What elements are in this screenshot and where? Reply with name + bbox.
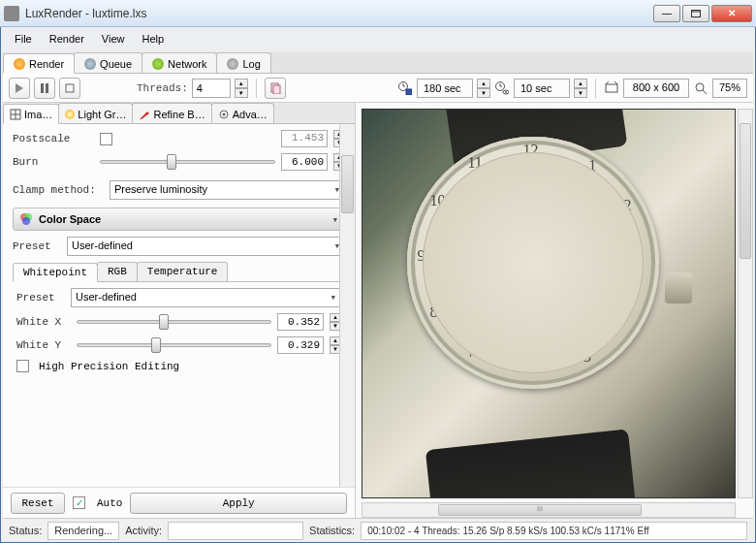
status-label: Status: xyxy=(9,525,42,536)
imaging-icon xyxy=(10,109,21,120)
menu-help[interactable]: Help xyxy=(134,31,172,47)
network-icon xyxy=(152,58,164,70)
reset-button[interactable]: Reset xyxy=(11,493,65,514)
whitepoint-tabs: Whitepoint RGB Temperature xyxy=(13,262,345,282)
window-title: LuxRender - luxtime.lxs xyxy=(25,7,653,20)
svg-rect-6 xyxy=(273,85,280,94)
refresh-interval-spinner[interactable]: ▲▼ xyxy=(574,79,587,98)
wptab-rgb[interactable]: RGB xyxy=(97,262,138,281)
apply-button[interactable]: Apply xyxy=(130,493,347,514)
postscale-label: Postscale xyxy=(13,133,94,144)
auto-label: Auto xyxy=(97,497,122,509)
svg-rect-12 xyxy=(606,84,617,92)
stats-label: Statistics: xyxy=(309,525,355,536)
colorspace-icon xyxy=(19,212,33,226)
activity-value xyxy=(168,522,303,540)
stop-button[interactable] xyxy=(59,78,80,99)
svg-point-13 xyxy=(696,83,704,91)
threads-label: Threads: xyxy=(137,82,188,94)
whitey-slider[interactable] xyxy=(77,343,271,347)
render-viewport[interactable]: 1 2 3 4 5 6 7 8 9 10 11 12 xyxy=(362,109,736,498)
tab-label: Queue xyxy=(100,58,132,70)
svg-point-11 xyxy=(505,91,507,93)
panel-footer: Reset Auto Apply xyxy=(3,487,355,518)
subtab-imaging[interactable]: Ima… xyxy=(3,104,59,124)
clamp-combo[interactable]: Preserve luminosity xyxy=(110,180,345,200)
stats-value: 00:10:02 - 4 Threads: 15.26 S/p 8.59 kS/… xyxy=(361,522,747,540)
panel-scrollbar[interactable] xyxy=(339,124,355,487)
wptab-whitepoint[interactable]: Whitepoint xyxy=(13,263,98,282)
tab-render[interactable]: Render xyxy=(3,53,75,74)
clamp-label: Clamp method: xyxy=(13,184,104,196)
zoom-icon xyxy=(693,80,709,96)
gear-icon xyxy=(218,109,230,120)
maximize-button[interactable] xyxy=(682,5,709,22)
wptab-temperature[interactable]: Temperature xyxy=(137,262,229,281)
threads-spinner[interactable]: ▲▼ xyxy=(235,79,248,98)
cs-preset-combo[interactable]: User-defined xyxy=(67,237,345,256)
svg-rect-8 xyxy=(406,89,412,95)
svg-point-19 xyxy=(222,112,225,115)
pause-button[interactable] xyxy=(34,78,55,99)
threads-input[interactable] xyxy=(192,79,231,98)
burn-slider[interactable] xyxy=(100,160,275,164)
zoom-display: 75% xyxy=(712,79,747,98)
tab-log[interactable]: Log xyxy=(216,52,270,73)
wp-preset-label: Preset xyxy=(16,292,65,303)
svg-rect-3 xyxy=(46,83,48,93)
wp-preset-combo[interactable]: User-defined xyxy=(71,288,341,307)
save-interval-spinner[interactable]: ▲▼ xyxy=(477,79,490,98)
refresh-interval-input[interactable]: 10 sec xyxy=(514,79,570,98)
postscale-value: 1.453 xyxy=(281,130,328,147)
menu-view[interactable]: View xyxy=(94,31,133,47)
main-tabs: Render Queue Network Log xyxy=(3,52,753,74)
menu-render[interactable]: Render xyxy=(42,31,92,47)
tab-label: Network xyxy=(168,58,206,70)
resolution-icon xyxy=(604,80,619,96)
copy-button[interactable] xyxy=(265,78,286,99)
brush-icon xyxy=(139,109,150,120)
whitey-label: White Y xyxy=(16,339,71,351)
tab-label: Render xyxy=(29,58,64,70)
resolution-display: 800 x 600 xyxy=(623,79,689,98)
render-icon xyxy=(14,58,25,70)
app-icon xyxy=(4,6,19,21)
clock-save-icon xyxy=(397,80,413,96)
svg-line-14 xyxy=(703,90,707,94)
tab-queue[interactable]: Queue xyxy=(74,52,142,73)
save-interval-input[interactable]: 180 sec xyxy=(417,79,473,98)
menu-bar: File Render View Help xyxy=(3,29,753,48)
tab-label: Log xyxy=(242,58,260,70)
log-icon xyxy=(227,58,238,70)
whitey-value[interactable] xyxy=(277,336,324,354)
svg-point-22 xyxy=(22,217,30,225)
title-bar: LuxRender - luxtime.lxs xyxy=(0,0,756,27)
viewport-vscrollbar[interactable] xyxy=(738,109,753,498)
whitex-label: White X xyxy=(16,316,71,328)
auto-checkbox[interactable] xyxy=(73,496,85,509)
close-button[interactable] xyxy=(711,5,752,22)
cs-preset-label: Preset xyxy=(13,240,61,252)
subtab-advanced[interactable]: Adva… xyxy=(211,103,274,123)
whitex-slider[interactable] xyxy=(77,320,271,324)
colorspace-header[interactable]: Color Space xyxy=(13,208,345,231)
activity-label: Activity: xyxy=(125,525,162,536)
highprec-checkbox[interactable] xyxy=(16,360,29,372)
subtab-refine[interactable]: Refine B… xyxy=(132,103,211,123)
burn-value[interactable] xyxy=(281,153,328,171)
status-bar: Status: Rendering... Activity: Statistic… xyxy=(3,518,753,542)
subtab-lightgroups[interactable]: Light Gr… xyxy=(58,103,133,123)
whitex-value[interactable] xyxy=(277,313,324,331)
clock-eye-icon xyxy=(494,80,510,96)
light-icon xyxy=(65,110,75,119)
toolbar: Threads: ▲▼ 180 sec ▲▼ 10 sec ▲▼ 800 x 6… xyxy=(3,74,753,103)
minimize-button[interactable] xyxy=(653,5,680,22)
play-button[interactable] xyxy=(9,78,30,99)
queue-icon xyxy=(84,58,96,70)
burn-label: Burn xyxy=(13,156,94,168)
viewport-hscrollbar[interactable]: III xyxy=(362,502,736,518)
menu-file[interactable]: File xyxy=(7,31,40,47)
status-value: Rendering... xyxy=(47,522,119,540)
postscale-checkbox[interactable] xyxy=(100,133,112,145)
tab-network[interactable]: Network xyxy=(142,52,217,73)
